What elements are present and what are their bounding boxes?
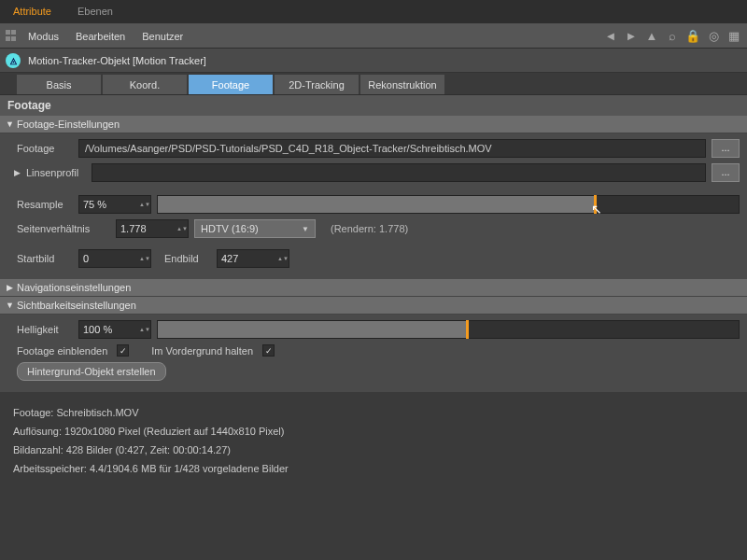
top-tab-bar: Attribute Ebenen [0, 0, 747, 24]
info-memory: Arbeitsspeicher: 4.4/1904.6 MB für 1/428… [13, 459, 734, 478]
search-icon[interactable]: ⌕ [665, 29, 680, 44]
section-label: Sichtbarkeitseinstellungen [17, 300, 136, 311]
info-resolution: Auflösung: 1920x1080 Pixel (Reduziert au… [13, 422, 734, 441]
menubar: Modus Bearbeiten Benutzer ◄ ► ▲ ⌕ 🔒 ◎ ▦ [0, 24, 747, 49]
subtab-footage[interactable]: Footage [189, 75, 273, 94]
endbild-value: 427 [221, 253, 277, 264]
menu-bearbeiten[interactable]: Bearbeiten [76, 31, 125, 42]
footage-settings-content: Footage ... ▶ Linsenprofil ... Resample … [0, 133, 747, 279]
spinner-arrows-icon[interactable]: ▲▼ [139, 256, 147, 261]
menu-benutzer[interactable]: Benutzer [142, 31, 183, 42]
section-footage-title: Footage [0, 95, 747, 116]
startbild-label: Startbild [7, 253, 73, 264]
aspect-value: 1.778 [120, 223, 176, 234]
section-label: Footage-Einstellungen [17, 119, 120, 130]
helligkeit-label: Helligkeit [7, 324, 73, 335]
section-footage-einstellungen[interactable]: ▼ Footage-Einstellungen [0, 116, 747, 133]
section-navigation[interactable]: ▶ Navigationseinstellungen [0, 279, 747, 297]
footage-einblenden-label: Footage einblenden [7, 345, 107, 357]
aspect-spinner[interactable]: 1.778 ▲▼ [116, 219, 189, 238]
spinner-arrows-icon[interactable]: ▲▼ [176, 226, 184, 231]
resample-label: Resample [7, 199, 73, 210]
resample-slider[interactable] [157, 195, 740, 214]
object-titlebar: ◬ Motion-Tracker-Objekt [Motion Tracker] [0, 49, 747, 73]
startbild-spinner[interactable]: 0 ▲▼ [78, 249, 151, 268]
chevron-right-icon: ▶ [6, 283, 13, 292]
footage-path-input[interactable] [78, 139, 706, 158]
linsenprofil-input[interactable] [92, 163, 706, 182]
footage-label: Footage [7, 143, 73, 154]
spinner-arrows-icon[interactable]: ▲▼ [139, 202, 147, 207]
section-visibility[interactable]: ▼ Sichtbarkeitseinstellungen [0, 297, 747, 315]
footage-browse-button[interactable]: ... [712, 139, 740, 158]
visibility-content: Helligkeit 100 % ▲▼ Footage einblenden ✓… [0, 315, 747, 392]
target-icon[interactable]: ◎ [706, 29, 721, 44]
hintergrund-objekt-button[interactable]: Hintergrund-Objekt erstellen [17, 362, 166, 381]
lock-icon[interactable]: 🔒 [685, 29, 700, 44]
resample-spinner[interactable]: 75 % ▲▼ [78, 195, 151, 214]
subtab-bar: Basis Koord. Footage 2D-Tracking Rekonst… [0, 73, 747, 95]
tab-attribute[interactable]: Attribute [0, 0, 64, 23]
linsenprofil-browse-button[interactable]: ... [712, 163, 740, 182]
endbild-spinner[interactable]: 427 ▲▼ [217, 249, 289, 268]
subtab-koord[interactable]: Koord. [103, 75, 187, 94]
chevron-down-icon: ▼ [6, 301, 13, 310]
vordergrund-checkbox[interactable]: ✓ [262, 344, 275, 357]
footage-einblenden-checkbox[interactable]: ✓ [117, 344, 129, 357]
back-icon[interactable]: ◄ [603, 29, 618, 44]
resample-value: 75 % [83, 199, 139, 210]
helligkeit-value: 100 % [83, 324, 139, 335]
aspect-label: Seitenverhältnis [7, 223, 110, 234]
tab-ebenen[interactable]: Ebenen [64, 0, 126, 23]
linsenprofil-label: Linsenprofil [26, 167, 86, 178]
aspect-dropdown[interactable]: HDTV (16:9) ▼ [194, 219, 316, 238]
info-footage-name: Footage: Schreibtisch.MOV [13, 403, 734, 422]
chevron-down-icon: ▼ [302, 225, 309, 233]
forward-icon[interactable]: ► [624, 29, 639, 44]
startbild-value: 0 [83, 253, 139, 264]
subtab-2d-tracking[interactable]: 2D-Tracking [275, 75, 359, 94]
footage-info-block: Footage: Schreibtisch.MOV Auflösung: 192… [0, 392, 747, 489]
render-note: (Rendern: 1.778) [331, 223, 408, 234]
menu-modus[interactable]: Modus [28, 31, 59, 42]
grid-toggle-icon[interactable]: ▦ [726, 29, 741, 44]
endbild-label: Endbild [164, 253, 211, 264]
subtab-basis[interactable]: Basis [17, 75, 101, 94]
subtab-rekonstruktion[interactable]: Rekonstruktion [360, 75, 444, 94]
up-icon[interactable]: ▲ [644, 29, 659, 44]
grid-icon [6, 30, 19, 43]
vordergrund-label: Im Vordergrund halten [151, 345, 253, 357]
chevron-down-icon: ▼ [6, 119, 13, 129]
info-frame-count: Bildanzahl: 428 Bilder (0:427, Zeit: 00:… [13, 441, 734, 459]
helligkeit-spinner[interactable]: 100 % ▲▼ [78, 320, 151, 339]
section-label: Navigationseinstellungen [17, 282, 131, 293]
motion-tracker-icon: ◬ [6, 53, 21, 68]
spinner-arrows-icon[interactable]: ▲▼ [139, 327, 147, 332]
chevron-right-icon[interactable]: ▶ [13, 168, 21, 177]
dropdown-value: HDTV (16:9) [201, 223, 259, 234]
helligkeit-slider[interactable] [157, 320, 740, 339]
spinner-arrows-icon[interactable]: ▲▼ [277, 256, 285, 261]
object-title: Motion-Tracker-Objekt [Motion Tracker] [28, 55, 206, 66]
